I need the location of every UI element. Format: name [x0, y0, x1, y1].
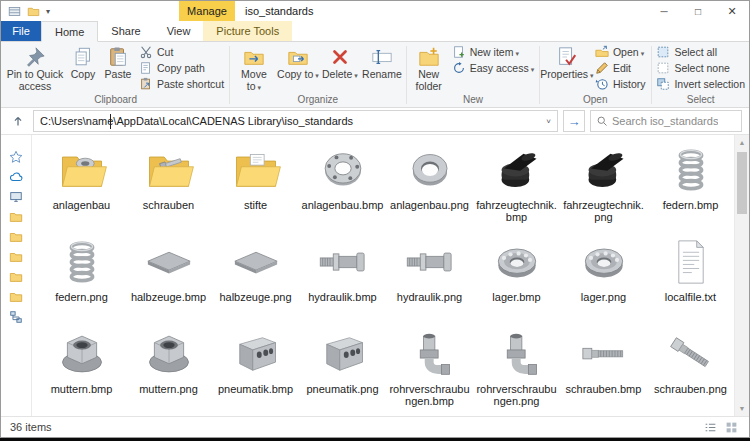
file-item[interactable]: muttern.png — [125, 324, 212, 416]
new-folder-icon — [418, 45, 440, 69]
file-item[interactable]: anlagenbau.png — [386, 140, 473, 232]
fitting-icon — [316, 234, 370, 290]
file-item[interactable]: fahrzeugtechnik.bmp — [473, 140, 560, 232]
file-item[interactable]: halbzeuge.bmp — [125, 232, 212, 324]
sidebar-cloud-icon[interactable] — [7, 169, 25, 184]
tab-share[interactable]: Share — [98, 21, 153, 41]
qat-customize-icon[interactable]: ▾ — [46, 7, 50, 16]
open-button[interactable]: Open▾ — [592, 44, 649, 60]
file-item[interactable]: lager.bmp — [473, 232, 560, 324]
sidebar-star-icon[interactable] — [7, 149, 25, 164]
rename-button[interactable]: Rename — [360, 43, 404, 81]
file-item[interactable]: federn.png — [38, 232, 125, 324]
ribbon-group-open: Properties▾ Open▾ Edit — [541, 43, 650, 107]
file-name: pneumatik.png — [301, 383, 385, 395]
scroll-up-icon[interactable]: ▲ — [735, 135, 749, 150]
scroll-down-icon[interactable]: ▼ — [735, 401, 749, 416]
details-view-icon — [704, 421, 717, 434]
file-item[interactable]: pneumatik.bmp — [212, 324, 299, 416]
search-box[interactable]: Search iso_standards — [590, 110, 742, 132]
edit-button[interactable]: Edit — [592, 60, 649, 76]
file-name: federn.png — [40, 291, 124, 303]
open-icon — [595, 45, 609, 59]
sidebar-folder-icon[interactable] — [7, 249, 25, 264]
file-item[interactable]: lager.png — [560, 232, 647, 324]
window-title: iso_standards — [245, 5, 314, 17]
dropdown-caret-icon: ▾ — [315, 72, 319, 79]
history-button[interactable]: History — [592, 76, 649, 92]
thumbnails-view-button[interactable] — [722, 419, 740, 435]
file-item[interactable]: anlagenbau — [38, 140, 125, 232]
sidebar-folder-icon[interactable] — [7, 209, 25, 224]
copy-to-button[interactable]: Copy to▾ — [276, 43, 320, 82]
go-button[interactable]: → — [563, 110, 585, 132]
file-list-area: anlagenbauschraubenstifteanlagenbau.bmpa… — [32, 135, 734, 416]
file-item[interactable]: fahrzeugtechnik.png — [560, 140, 647, 232]
copy-button[interactable]: Copy — [66, 43, 100, 81]
folder-paper-icon — [229, 142, 283, 198]
button-label: New item▾ — [470, 46, 519, 58]
file-item[interactable]: pneumatik.png — [299, 324, 386, 416]
details-view-button[interactable] — [701, 419, 719, 435]
move-to-button[interactable]: Move to▾ — [232, 43, 276, 93]
sidebar-folder-icon[interactable] — [7, 269, 25, 284]
file-item[interactable]: federn.bmp — [647, 140, 734, 232]
file-item[interactable]: schrauben — [125, 140, 212, 232]
file-name: hydraulik.bmp — [301, 291, 385, 303]
button-label: Select none — [674, 62, 729, 74]
easy-access-button[interactable]: Easy access▾ — [449, 60, 537, 76]
new-folder-button[interactable]: New folder — [409, 43, 449, 92]
tab-view[interactable]: View — [154, 21, 204, 41]
select-none-button[interactable]: Select none — [653, 60, 748, 76]
edit-icon — [595, 61, 609, 75]
button-label: Select all — [674, 46, 717, 58]
invert-selection-button[interactable]: Invert selection — [653, 76, 748, 92]
close-button[interactable]: ✕ — [715, 1, 749, 21]
explorer-window: ▾ Manage iso_standards ─ □ ✕ File Home S… — [0, 0, 750, 438]
file-item[interactable]: schrauben.bmp — [560, 324, 647, 416]
file-item[interactable]: rohrverschraubungen.bmp — [386, 324, 473, 416]
up-button[interactable] — [8, 111, 28, 131]
copy-path-button[interactable]: Copy path — [136, 60, 227, 76]
sheet-icon — [142, 234, 196, 290]
qat-folder-icon[interactable] — [27, 5, 40, 18]
cut-button[interactable]: Cut — [136, 44, 227, 60]
manage-tab[interactable]: Manage — [179, 1, 235, 21]
new-item-button[interactable]: New item▾ — [449, 44, 537, 60]
sidebar-folder-icon[interactable] — [7, 289, 25, 304]
file-name: anlagenbau.png — [388, 199, 472, 211]
pin-to-quick-access-button[interactable]: Pin to Quick access — [4, 43, 66, 92]
tab-home[interactable]: Home — [41, 21, 98, 42]
file-item[interactable]: halbzeuge.png — [212, 232, 299, 324]
maximize-button[interactable]: □ — [681, 1, 715, 21]
file-item[interactable]: stifte — [212, 140, 299, 232]
address-field[interactable]: C:\Users\name\AppData\Local\CADENAS Libr… — [33, 110, 558, 132]
scroll-thumb[interactable] — [737, 152, 747, 214]
paste-button[interactable]: Paste — [100, 43, 136, 81]
properties-button[interactable]: Properties▾ — [542, 43, 592, 82]
paste-shortcut-button[interactable]: Paste shortcut — [136, 76, 227, 92]
select-all-button[interactable]: Select all — [653, 44, 748, 60]
dropdown-caret-icon: ▾ — [258, 84, 262, 91]
explorer-app-icon[interactable] — [8, 5, 21, 18]
minimize-button[interactable]: ─ — [647, 1, 681, 21]
address-dropdown-icon[interactable]: ˅ — [540, 117, 557, 126]
tab-picture-tools[interactable]: Picture Tools — [203, 21, 292, 41]
file-item[interactable]: schrauben.png — [647, 324, 734, 416]
scroll-track[interactable] — [735, 150, 749, 401]
navigation-pane — [1, 135, 32, 416]
sidebar-network-icon[interactable] — [7, 309, 25, 324]
vertical-scrollbar[interactable]: ▲ ▼ — [734, 135, 749, 416]
tab-file[interactable]: File — [1, 21, 41, 41]
file-item[interactable]: hydraulik.png — [386, 232, 473, 324]
file-item[interactable]: hydraulik.bmp — [299, 232, 386, 324]
file-item[interactable]: anlagenbau.bmp — [299, 140, 386, 232]
sidebar-folder-icon[interactable] — [7, 229, 25, 244]
file-name: pneumatik.bmp — [214, 383, 298, 395]
file-item[interactable]: rohrverschraubungen.png — [473, 324, 560, 416]
delete-button[interactable]: Delete▾ — [320, 43, 360, 82]
file-item[interactable]: localfile.txt — [647, 232, 734, 324]
sidebar-pc-icon[interactable] — [7, 189, 25, 204]
file-item[interactable]: muttern.bmp — [38, 324, 125, 416]
button-label: History — [613, 78, 646, 90]
